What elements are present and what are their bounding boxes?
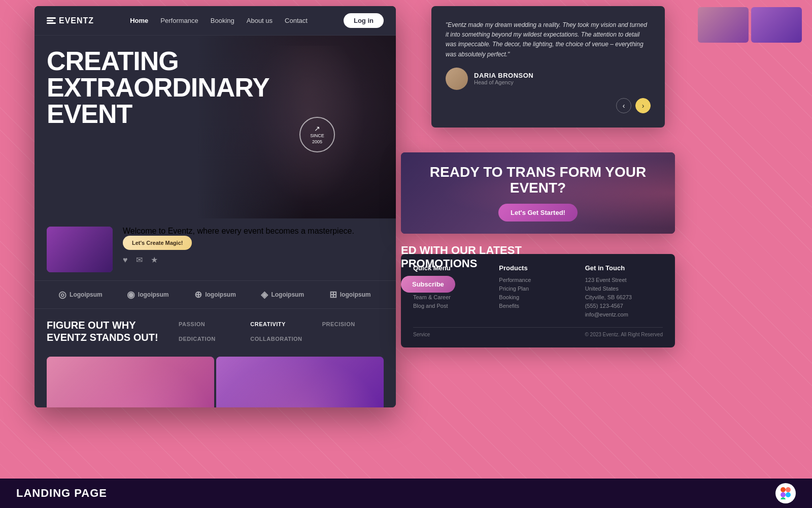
logo-name-1: Logoipsum (70, 291, 103, 298)
since-year: 2005 (312, 139, 322, 145)
nav-booking[interactable]: Booking (211, 17, 234, 24)
footer-link-blog[interactable]: Blog and Post (413, 303, 491, 309)
subscribe-button[interactable]: Subscribe (401, 276, 455, 293)
contact-city: Cityville, SB 66273 (585, 294, 663, 300)
since-label: SINCE (310, 133, 324, 139)
description-section: Welcome to Eventz, where every event bec… (35, 218, 396, 280)
logo-symbol-1: ◎ (58, 289, 66, 300)
svg-rect-2 (781, 492, 786, 497)
testimonial-quote: "Eventz made my dream wedding a reality.… (446, 20, 651, 59)
testimonial-prev[interactable]: ‹ (616, 98, 631, 113)
desc-content: Welcome to Eventz, where every event bec… (123, 227, 354, 265)
footer-contact: Get in Touch 123 Event Street United Sta… (585, 264, 663, 320)
footer-link-benefits[interactable]: Benefits (499, 303, 577, 309)
svg-rect-1 (786, 487, 791, 492)
tag-passion: PASSION (179, 321, 240, 334)
star-icon: ★ (151, 255, 158, 265)
testimonial-card: "Eventz made my dream wedding a reality.… (431, 6, 665, 128)
event-photo-1 (47, 357, 214, 407)
logo-item-2: ◉ logoipsum (114, 289, 182, 300)
logo-symbol-4: ◈ (261, 289, 268, 300)
footer-link-booking[interactable]: Booking (499, 294, 577, 300)
why-title: FIGURE OUT WHY EVENTZ STANDS OUT! (47, 319, 168, 343)
images-row (35, 357, 396, 407)
cta-section: READY TO TRANS FORM YOUR EVENT? Let's Ge… (401, 152, 675, 234)
promo-section: ED WITH OUR LATEST PROMOTIONS Subscribe (401, 244, 573, 293)
contact-country: United States (585, 285, 663, 292)
hero-title: CREATING EXTRAORDINARY EVENT (47, 48, 270, 127)
hero-line1: CREATING (47, 46, 179, 76)
footer-divider (413, 327, 663, 328)
magic-button[interactable]: Let's Create Magic! (123, 236, 192, 250)
snippet-photo-1 (698, 7, 749, 43)
why-tags: PASSION CREATIVITY PRECISION DEDICATION … (168, 319, 384, 348)
logo-item-1: ◎ Logoipsum (47, 289, 114, 300)
figma-icon (775, 483, 796, 503)
testimonial-person: DARIA BRONSON Head of Agency (446, 68, 651, 90)
person-info: DARIA BRONSON Head of Agency (474, 72, 533, 85)
tag-precision: PRECISION (322, 321, 384, 334)
footer-bottom: Service © 2023 Eventz. All Right Reserve… (413, 332, 663, 337)
person-title: Head of Agency (474, 79, 533, 85)
since-arrow: ↗ (314, 124, 320, 133)
why-left: FIGURE OUT WHY EVENTZ STANDS OUT! (47, 319, 168, 348)
tag-creativity: CREATIVITY (250, 321, 312, 334)
nav-links: Home Performance Booking About us Contac… (130, 17, 308, 24)
nav-home[interactable]: Home (130, 17, 148, 24)
nav-logo: EVENTZ (47, 16, 94, 25)
footer-copyright: © 2023 Eventz. All Right Reserved (585, 332, 663, 337)
nav-performance[interactable]: Performance (160, 17, 198, 24)
cta-content: READY TO TRANS FORM YOUR EVENT? Let's Ge… (401, 165, 675, 222)
hero-line2: EXTRAORDINARY (47, 73, 269, 102)
tag-dedication: DEDICATION (179, 336, 240, 348)
svg-point-4 (786, 492, 791, 497)
testimonial-nav: ‹ › (446, 98, 651, 113)
logo-item-4: ◈ Logoipsum (249, 289, 316, 300)
logo-symbol-2: ◉ (127, 289, 135, 300)
hero-content: CREATING EXTRAORDINARY EVENT (47, 48, 270, 127)
logos-section: ◎ Logoipsum ◉ logoipsum ⊕ logoipsum ◈ Lo… (35, 280, 396, 308)
logo-symbol-5: ⊞ (329, 289, 337, 300)
contact-email: info@eventz.com (585, 311, 663, 318)
contact-address: 123 Event Street (585, 277, 663, 283)
logo-text: EVENTZ (59, 16, 94, 25)
logo-name-5: logoipsum (340, 291, 371, 298)
logo-name-4: Logoipsum (271, 291, 304, 298)
logo-symbol-3: ⊕ (194, 289, 202, 300)
svg-rect-3 (781, 497, 786, 499)
logo-name-2: logoipsum (138, 291, 169, 298)
login-button[interactable]: Log in (344, 13, 384, 28)
main-navbar: EVENTZ Home Performance Booking About us… (35, 6, 396, 36)
person-avatar (446, 68, 468, 90)
testimonial-next[interactable]: › (635, 98, 651, 113)
logo-icon (47, 17, 56, 24)
cta-button[interactable]: Let's Get Started! (498, 204, 578, 221)
nav-contact[interactable]: Contact (285, 17, 308, 24)
nav-about[interactable]: About us (247, 17, 273, 24)
footer-link-team[interactable]: Team & Career (413, 294, 491, 300)
logo-name-3: logoipsum (205, 291, 236, 298)
tag-collaboration: COLLABORATION (250, 336, 312, 348)
desc-text: Welcome to Eventz, where every event bec… (123, 227, 354, 236)
contact-phone: (555) 123-4567 (585, 303, 663, 309)
hero-line3: EVENT (47, 99, 132, 129)
person-name: DARIA BRONSON (474, 72, 533, 79)
logo-item-5: ⊞ logoipsum (316, 289, 384, 300)
why-section: FIGURE OUT WHY EVENTZ STANDS OUT! PASSIO… (35, 308, 396, 357)
since-badge: ↗ SINCE 2005 (299, 117, 335, 152)
logo-item-3: ⊕ logoipsum (182, 289, 249, 300)
snippet-photo-2 (751, 7, 802, 43)
event-photo-2 (216, 357, 384, 407)
heart-icon: ♥ (123, 256, 128, 265)
footer-service: Service (413, 332, 430, 337)
promo-text: ED WITH OUR LATEST PROMOTIONS (401, 244, 573, 271)
cta-title: READY TO TRANS FORM YOUR EVENT? (401, 165, 675, 196)
contact-title: Get in Touch (585, 264, 663, 272)
mail-icon: ✉ (136, 255, 143, 265)
top-right-photos (698, 7, 802, 43)
desc-image (47, 227, 113, 272)
desc-icons: ♥ ✉ ★ (123, 255, 354, 265)
bottom-bar-title: LANDING PAGE (16, 487, 107, 500)
svg-rect-0 (781, 487, 786, 492)
bottom-bar: LANDING PAGE (0, 479, 812, 508)
